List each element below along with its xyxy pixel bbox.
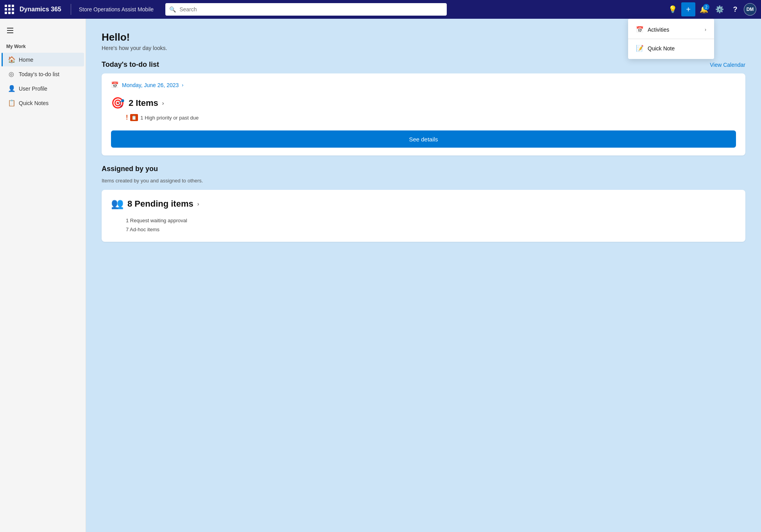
user-profile-icon: 👤 xyxy=(8,85,15,92)
notification-button[interactable]: 🔔 2 xyxy=(697,2,711,16)
todo-section-header: Today's to-do list View Calendar xyxy=(102,61,745,69)
app-name: Store Operations Assist Mobile xyxy=(79,6,154,12)
activities-chevron-icon: › xyxy=(705,27,706,32)
items-count: 2 Items xyxy=(129,98,158,108)
hamburger-menu-button[interactable] xyxy=(3,23,17,37)
sidebar: My Work 🏠 Home ◎ Today's to-do list 👤 Us… xyxy=(0,19,86,532)
search-container: 🔍 xyxy=(165,3,447,16)
pending-count: 8 Pending items xyxy=(127,199,193,209)
activities-label: Activities xyxy=(648,27,669,33)
sidebar-item-label-todo: Today's to-do list xyxy=(19,71,59,77)
dropdown-divider xyxy=(628,39,714,39)
sidebar-item-todo[interactable]: ◎ Today's to-do list xyxy=(2,67,84,81)
view-calendar-link[interactable]: View Calendar xyxy=(710,62,745,68)
items-chevron-icon[interactable]: › xyxy=(162,100,164,106)
items-row: 🎯 2 Items › xyxy=(111,96,736,109)
sidebar-item-label-notes: Quick Notes xyxy=(19,100,48,106)
app-launcher-button[interactable] xyxy=(5,5,14,14)
home-icon: 🏠 xyxy=(8,56,15,63)
date-label: Monday, June 26, 2023 xyxy=(122,82,179,88)
topbar-actions: 💡 + 🔔 2 ⚙️ ? DM xyxy=(666,2,756,16)
see-details-button[interactable]: See details xyxy=(111,130,736,148)
assigned-card: 👥 8 Pending items › 1 Request waiting ap… xyxy=(102,190,745,242)
priority-row: ! 📋 1 High priority or past due xyxy=(126,114,736,121)
assigned-section-title: Assigned by you xyxy=(102,165,158,173)
quick-notes-icon: 📋 xyxy=(8,99,15,107)
user-avatar[interactable]: DM xyxy=(744,3,756,16)
help-button[interactable]: ? xyxy=(728,2,742,16)
pending-chevron-icon[interactable]: › xyxy=(197,201,199,207)
priority-text: 1 High priority or past due xyxy=(140,115,199,121)
quick-note-menu-item[interactable]: 📝 Quick Note xyxy=(628,41,714,56)
topbar-divider xyxy=(71,4,71,15)
list-item: 1 Request waiting approval xyxy=(126,216,736,225)
todo-section-title: Today's to-do list xyxy=(102,61,159,69)
sidebar-item-quick-notes[interactable]: 📋 Quick Notes xyxy=(2,96,84,110)
calendar-icon: 📅 xyxy=(111,81,119,89)
pending-row: 👥 8 Pending items › xyxy=(111,198,736,210)
main-layout: My Work 🏠 Home ◎ Today's to-do list 👤 Us… xyxy=(0,19,761,532)
pending-sub-items: 1 Request waiting approval 7 Ad-hoc item… xyxy=(126,216,736,234)
add-button[interactable]: + xyxy=(681,2,695,16)
search-input[interactable] xyxy=(165,3,447,16)
notification-badge: 2 xyxy=(703,4,709,10)
people-icon: 👥 xyxy=(111,198,124,210)
dropdown-menu: 📅 Activities › 📝 Quick Note xyxy=(628,19,714,59)
todo-icon: ◎ xyxy=(8,70,15,78)
assigned-subtitle: Items created by you and assigned to oth… xyxy=(102,178,745,184)
brand-title: Dynamics 365 xyxy=(20,6,61,13)
settings-button[interactable]: ⚙️ xyxy=(713,2,727,16)
plus-icon: + xyxy=(686,5,691,14)
date-chevron-icon[interactable]: › xyxy=(182,82,183,88)
todo-card: 📅 Monday, June 26, 2023 › 🎯 2 Items › ! … xyxy=(102,73,745,155)
topbar: Dynamics 365 Store Operations Assist Mob… xyxy=(0,0,761,19)
quick-note-icon: 📝 xyxy=(636,45,644,52)
assigned-section-header: Assigned by you xyxy=(102,165,745,173)
search-icon: 🔍 xyxy=(169,6,176,12)
list-item: 7 Ad-hoc items xyxy=(126,225,736,234)
sidebar-item-user-profile[interactable]: 👤 User Profile xyxy=(2,82,84,95)
sidebar-item-home[interactable]: 🏠 Home xyxy=(2,53,84,66)
target-icon: 🎯 xyxy=(111,96,125,109)
date-row: 📅 Monday, June 26, 2023 › xyxy=(111,81,736,89)
sidebar-section-label: My Work xyxy=(0,42,86,52)
lightbulb-button[interactable]: 💡 xyxy=(666,2,680,16)
task-icon: 📋 xyxy=(130,114,138,121)
activities-menu-item[interactable]: 📅 Activities › xyxy=(628,22,714,37)
sidebar-item-label-home: Home xyxy=(19,57,33,63)
quick-note-label: Quick Note xyxy=(648,45,675,52)
activities-icon: 📅 xyxy=(636,26,644,33)
priority-exclamation-icon: ! xyxy=(126,114,128,121)
content-area: Hello! Here's how your day looks. Today'… xyxy=(86,19,761,532)
sidebar-item-label-profile: User Profile xyxy=(19,86,47,92)
